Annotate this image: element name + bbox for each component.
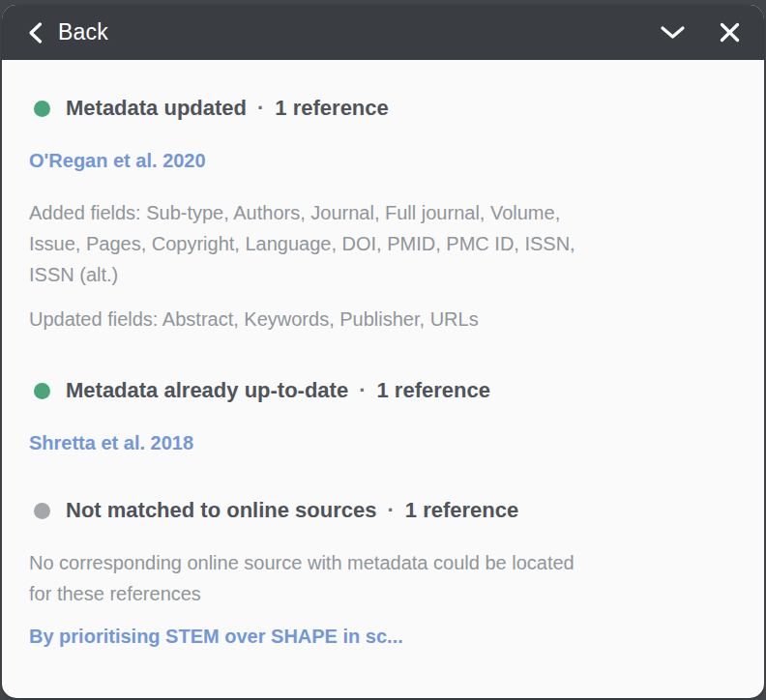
title-separator: · [359, 379, 366, 402]
reference-link[interactable]: Shretta et al. 2018 [29, 431, 737, 454]
section-title-text: Not matched to online sources [66, 499, 377, 522]
reference-count: 1 reference [377, 379, 490, 402]
reference-link[interactable]: O'Regan et al. 2020 [29, 149, 737, 172]
header-actions [660, 21, 741, 44]
reference-count: 1 reference [405, 499, 518, 522]
section-title: Not matched to online sources·1 referenc… [66, 499, 518, 522]
title-separator: · [388, 499, 395, 522]
reference-link[interactable]: By prioritising STEM over SHAPE in sc... [29, 625, 737, 648]
close-icon [719, 21, 741, 44]
section-title-text: Metadata updated [66, 97, 247, 120]
panel-header: Back [2, 5, 764, 60]
metadata-update-panel: Back [2, 5, 764, 698]
detail-text: No corresponding online source with meta… [29, 547, 737, 609]
close-button[interactable] [719, 21, 741, 44]
section-title: Metadata updated·1 reference [66, 97, 389, 120]
reference-count: 1 reference [275, 97, 388, 120]
status-section: Metadata already up-to-date·1 reference … [29, 379, 737, 454]
detail-text: Added fields: Sub-type, Authors, Journal… [29, 197, 737, 290]
chevron-left-icon [27, 21, 44, 44]
status-dot-icon [34, 101, 50, 117]
status-dot-icon [34, 503, 50, 519]
status-dot-icon [34, 383, 50, 399]
chevron-down-icon [660, 24, 686, 41]
popup-stage: Back [0, 0, 766, 700]
detail-text: Updated fields: Abstract, Keywords, Publ… [29, 304, 737, 335]
status-section: Not matched to online sources·1 referenc… [29, 499, 737, 648]
section-title: Metadata already up-to-date·1 reference [66, 379, 490, 402]
back-button[interactable]: Back [27, 19, 108, 45]
collapse-button[interactable] [660, 24, 686, 41]
title-separator: · [257, 97, 264, 120]
sections: Metadata updated·1 reference O'Regan et … [2, 60, 764, 698]
back-label: Back [58, 19, 108, 45]
section-title-text: Metadata already up-to-date [66, 379, 348, 402]
status-section: Metadata updated·1 reference O'Regan et … [29, 97, 737, 335]
